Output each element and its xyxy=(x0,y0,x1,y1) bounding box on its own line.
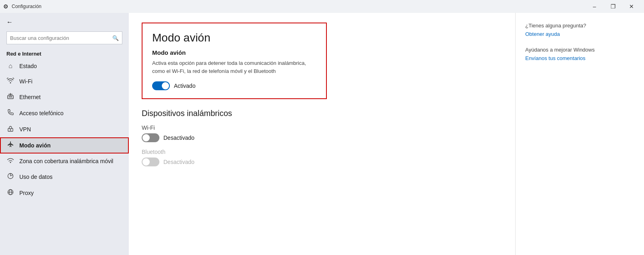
bluetooth-label: Bluetooth xyxy=(142,149,502,155)
svg-point-6 xyxy=(10,162,11,163)
back-button[interactable]: ← xyxy=(0,16,129,28)
sidebar-item-modo-avion[interactable]: Modo avión xyxy=(0,137,129,153)
search-input[interactable] xyxy=(7,35,109,41)
search-icon: 🔍 xyxy=(109,35,122,41)
bluetooth-toggle-label: Desactivado xyxy=(163,159,194,165)
sidebar: ← 🔍 Red e Internet ⌂ Estado Wi-Fi xyxy=(0,13,129,255)
airplane-toggle-row: Activado xyxy=(152,81,316,90)
titlebar: ⚙ Configuración – ❐ ✕ xyxy=(0,0,644,13)
hotspot-icon xyxy=(6,158,14,165)
sidebar-item-proxy[interactable]: Proxy xyxy=(0,185,129,201)
minimize-button[interactable]: – xyxy=(585,0,604,13)
airplane-mode-toggle-label: Activado xyxy=(174,83,196,89)
wifi-toggle[interactable] xyxy=(142,133,159,142)
svg-point-5 xyxy=(10,129,11,131)
right-panel: ¿Tienes alguna pregunta? Obtener ayuda A… xyxy=(515,13,644,255)
sidebar-item-label: Wi-Fi xyxy=(19,78,33,85)
improve-title: Ayúdanos a mejorar Windows xyxy=(525,47,634,53)
sidebar-item-label: Estado xyxy=(19,63,37,69)
sidebar-item-zona-cobertura[interactable]: Zona con cobertura inalámbrica móvil xyxy=(0,153,129,169)
airplane-icon xyxy=(6,141,14,149)
sidebar-item-label: Uso de datos xyxy=(19,174,53,180)
bluetooth-toggle[interactable] xyxy=(142,158,159,166)
restore-button[interactable]: ❐ xyxy=(604,0,622,13)
svg-rect-2 xyxy=(10,96,11,97)
sidebar-item-label: Modo avión xyxy=(19,142,51,149)
data-usage-icon xyxy=(6,173,14,181)
wifi-toggle-row: Desactivado xyxy=(142,133,502,142)
phone-icon xyxy=(6,109,14,117)
bluetooth-device-row: Bluetooth Desactivado xyxy=(142,149,502,166)
main-area: ← 🔍 Red e Internet ⌂ Estado Wi-Fi xyxy=(0,13,644,255)
sidebar-section-title: Red e Internet xyxy=(0,48,129,58)
svg-rect-3 xyxy=(11,96,12,97)
toggle-thumb xyxy=(142,134,150,141)
wifi-icon xyxy=(6,78,14,85)
airplane-mode-card: Modo avión Modo avión Activa esta opción… xyxy=(142,23,327,99)
airplane-mode-toggle[interactable] xyxy=(152,81,170,90)
toggle-thumb xyxy=(142,158,150,166)
ethernet-icon xyxy=(6,93,14,101)
svg-rect-1 xyxy=(9,96,10,97)
content-area: Modo avión Modo avión Activa esta opción… xyxy=(129,13,515,255)
wireless-section-title: Dispositivos inalámbricos xyxy=(142,109,502,118)
bluetooth-toggle-row: Desactivado xyxy=(142,158,502,166)
back-icon: ← xyxy=(6,19,13,26)
sidebar-item-label: Ethernet xyxy=(19,94,41,100)
wifi-toggle-label: Desactivado xyxy=(163,135,194,141)
page-title: Modo avión xyxy=(152,31,316,44)
home-icon: ⌂ xyxy=(6,62,14,70)
sidebar-item-label: Acceso telefónico xyxy=(19,110,64,116)
sidebar-item-label: Proxy xyxy=(19,190,34,196)
titlebar-icon: ⚙ xyxy=(3,3,8,10)
sidebar-item-ethernet[interactable]: Ethernet xyxy=(0,89,129,105)
wifi-label: Wi-Fi xyxy=(142,124,502,131)
vpn-icon xyxy=(6,125,14,133)
card-description: Activa esta opción para detener toda la … xyxy=(152,59,316,75)
wifi-device-row: Wi-Fi Desactivado xyxy=(142,124,502,142)
sidebar-item-label: Zona con cobertura inalámbrica móvil xyxy=(19,158,113,164)
titlebar-controls: – ❐ ✕ xyxy=(585,0,641,13)
help-link[interactable]: Obtener ayuda xyxy=(525,31,634,37)
sidebar-item-vpn[interactable]: VPN xyxy=(0,121,129,137)
sidebar-item-label: VPN xyxy=(19,126,31,133)
card-subtitle: Modo avión xyxy=(152,49,316,56)
sidebar-item-uso-datos[interactable]: Uso de datos xyxy=(0,169,129,185)
toggle-thumb xyxy=(162,82,169,89)
close-button[interactable]: ✕ xyxy=(622,0,641,13)
titlebar-title: Configuración xyxy=(12,4,41,9)
sidebar-item-estado[interactable]: ⌂ Estado xyxy=(0,58,129,74)
search-box[interactable]: 🔍 xyxy=(6,31,122,44)
sidebar-item-wifi[interactable]: Wi-Fi xyxy=(0,74,129,89)
help-title: ¿Tienes alguna pregunta? xyxy=(525,23,634,29)
titlebar-left: ⚙ Configuración xyxy=(3,3,41,10)
sidebar-item-acceso-telefonico[interactable]: Acceso telefónico xyxy=(0,105,129,121)
improve-link[interactable]: Envíanos tus comentarios xyxy=(525,55,634,61)
proxy-icon xyxy=(6,189,14,197)
